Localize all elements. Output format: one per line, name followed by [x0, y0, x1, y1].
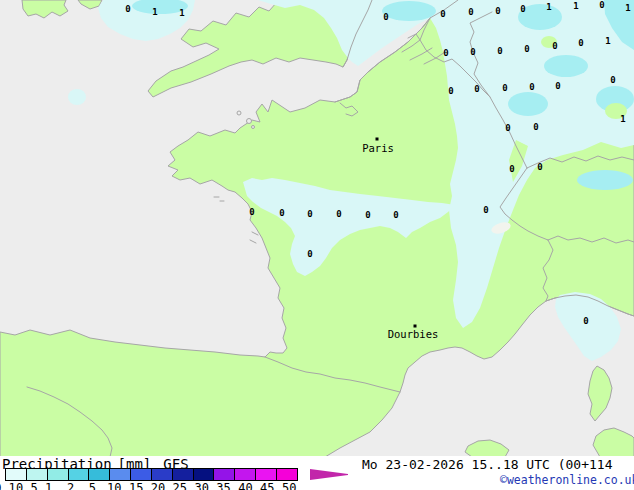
- scale-label-30: 30: [194, 481, 208, 490]
- precip-value: 0: [533, 122, 538, 132]
- copyright-link[interactable]: ©weatheronline.co.uk: [500, 473, 634, 487]
- precip-value: 0: [474, 84, 479, 94]
- scale-label-25: 25: [173, 481, 187, 490]
- scale-label-1: 1: [45, 481, 52, 490]
- precip-value: 1: [625, 3, 630, 13]
- scale-segment-45: [255, 468, 277, 481]
- precip-value: 0: [599, 0, 604, 10]
- datetime-text: Mo 23-02-2026 15..18 UTC (00+114: [362, 457, 612, 472]
- precip-value: 0: [307, 249, 312, 259]
- scale-label-0.1: 0.1: [0, 481, 16, 490]
- scale-label-20: 20: [151, 481, 165, 490]
- precip-heavy-north-3: [508, 92, 548, 116]
- precip-area-cornwall-sea: [68, 89, 86, 105]
- precip-value: 0: [520, 4, 525, 14]
- scale-label-15: 15: [129, 481, 143, 490]
- precip-value: 0: [497, 46, 502, 56]
- scale-segment-35: [213, 468, 235, 481]
- scale-segment-40: [234, 468, 256, 481]
- channel-island-3: [252, 126, 255, 129]
- precip-value: 0: [529, 82, 534, 92]
- precip-value: 0: [537, 162, 542, 172]
- scale-label-10: 10: [107, 481, 121, 490]
- precip-value: 0: [583, 316, 588, 326]
- precip-value: 0: [443, 48, 448, 58]
- scale-segment-5: [88, 468, 110, 481]
- precip-value: 0: [552, 41, 557, 51]
- precip-value: 0: [249, 207, 254, 217]
- precip-value: 0: [448, 86, 453, 96]
- precip-value: 0: [610, 75, 615, 85]
- scale-segment-50: [276, 468, 298, 481]
- precip-heavy-north-2: [544, 55, 588, 77]
- precip-value: 1: [605, 36, 610, 46]
- scale-segment-2: [68, 468, 90, 481]
- scale-label-0.5: 0.5: [16, 481, 38, 490]
- precip-value: 0: [365, 210, 370, 220]
- scale-segment-30: [193, 468, 215, 481]
- weather-map-screenshot: 011000001101000000100000000100000000000 …: [0, 0, 634, 490]
- precip-value: 1: [179, 8, 184, 18]
- channel-island-2: [247, 119, 252, 124]
- precip-value: 0: [578, 38, 583, 48]
- channel-island-1: [237, 111, 241, 115]
- precip-value: 0: [393, 210, 398, 220]
- scale-label-45: 45: [260, 481, 274, 490]
- scale-segment-0.5: [26, 468, 48, 481]
- precip-value: 0: [509, 164, 514, 174]
- scale-label-50: 50: [282, 481, 296, 490]
- city-label-dourbies: Dourbies: [388, 328, 439, 340]
- precip-value: 0: [440, 9, 445, 19]
- city-label-paris: Paris: [362, 142, 394, 154]
- precip-value: 1: [546, 2, 551, 12]
- scale-label-35: 35: [216, 481, 230, 490]
- scale-arrow: [310, 469, 348, 480]
- scale-segment-10: [109, 468, 131, 481]
- precip-value: 0: [524, 44, 529, 54]
- map-svg: 011000001101000000100000000100000000000 …: [0, 0, 634, 456]
- color-scale: [5, 468, 298, 481]
- precip-value: 0: [502, 83, 507, 93]
- scale-label-5: 5: [89, 481, 96, 490]
- precip-value: 0: [307, 209, 312, 219]
- precip-value: 0: [495, 6, 500, 16]
- scale-label-40: 40: [238, 481, 252, 490]
- precip-value: 0: [470, 47, 475, 57]
- scale-label-2: 2: [67, 481, 74, 490]
- precip-value: 1: [152, 7, 157, 17]
- scale-segment-0.1: [5, 468, 27, 481]
- precip-heavy-constance: [577, 170, 633, 190]
- scale-segment-15: [130, 468, 152, 481]
- precip-value: 0: [383, 12, 388, 22]
- scale-segment-20: [151, 468, 173, 481]
- precip-value: 0: [483, 205, 488, 215]
- city-dot-paris: [376, 138, 379, 141]
- precip-value: 0: [505, 123, 510, 133]
- precip-value: 0: [336, 209, 341, 219]
- landmass-ireland: [22, 0, 68, 18]
- precip-value: 1: [620, 114, 625, 124]
- legend-bar: Precipitation[mm]GFS 0.10.51251015202530…: [0, 456, 634, 490]
- precip-value: 0: [125, 4, 130, 14]
- precip-value: 0: [468, 7, 473, 17]
- precip-heavy-dutch-coast: [382, 1, 436, 21]
- precip-value: 0: [279, 208, 284, 218]
- scale-segment-1: [47, 468, 69, 481]
- scale-segment-25: [172, 468, 194, 481]
- precip-value: 0: [555, 81, 560, 91]
- precip-value: 1: [573, 1, 578, 11]
